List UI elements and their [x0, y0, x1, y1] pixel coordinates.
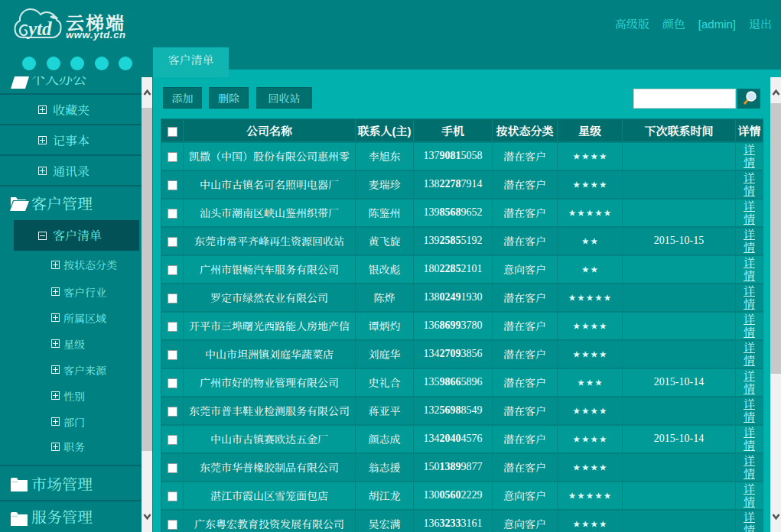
svg-text:ytd: ytd	[26, 18, 52, 39]
